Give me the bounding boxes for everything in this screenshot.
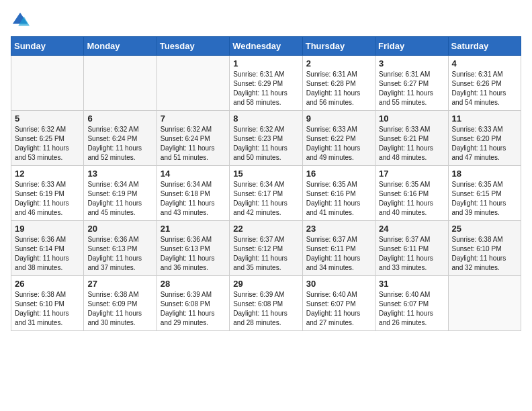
day-info: Sunrise: 6:37 AM Sunset: 6:12 PM Dayligh… <box>233 235 298 273</box>
day-info: Sunrise: 6:40 AM Sunset: 6:07 PM Dayligh… <box>379 290 444 328</box>
day-info: Sunrise: 6:33 AM Sunset: 6:20 PM Dayligh… <box>452 125 517 163</box>
day-number: 21 <box>161 224 226 234</box>
calendar-cell: 24Sunrise: 6:37 AM Sunset: 6:11 PM Dayli… <box>375 221 448 276</box>
week-row-1: 1Sunrise: 6:31 AM Sunset: 6:29 PM Daylig… <box>11 56 521 111</box>
calendar-cell: 29Sunrise: 6:39 AM Sunset: 6:08 PM Dayli… <box>230 276 302 331</box>
day-info: Sunrise: 6:32 AM Sunset: 6:24 PM Dayligh… <box>161 125 226 163</box>
calendar-cell: 13Sunrise: 6:34 AM Sunset: 6:19 PM Dayli… <box>84 166 157 221</box>
day-number: 28 <box>161 279 226 289</box>
day-number: 5 <box>15 113 80 124</box>
week-row-4: 19Sunrise: 6:36 AM Sunset: 6:14 PM Dayli… <box>11 221 521 276</box>
day-header-tuesday: Tuesday <box>157 37 229 56</box>
day-number: 29 <box>233 279 298 289</box>
day-number: 24 <box>379 224 444 234</box>
calendar-cell: 19Sunrise: 6:36 AM Sunset: 6:14 PM Dayli… <box>11 221 84 276</box>
day-header-sunday: Sunday <box>11 37 84 56</box>
day-info: Sunrise: 6:35 AM Sunset: 6:16 PM Dayligh… <box>306 180 371 218</box>
calendar-cell: 4Sunrise: 6:31 AM Sunset: 6:26 PM Daylig… <box>448 56 521 111</box>
calendar-cell: 15Sunrise: 6:34 AM Sunset: 6:17 PM Dayli… <box>230 166 302 221</box>
calendar-cell: 10Sunrise: 6:33 AM Sunset: 6:21 PM Dayli… <box>375 111 448 166</box>
day-info: Sunrise: 6:33 AM Sunset: 6:21 PM Dayligh… <box>379 125 444 163</box>
day-number: 3 <box>379 58 444 68</box>
calendar-table: SundayMondayTuesdayWednesdayThursdayFrid… <box>11 36 521 331</box>
day-number: 20 <box>87 224 152 234</box>
day-number: 23 <box>306 224 371 234</box>
day-header-friday: Friday <box>375 37 448 56</box>
day-info: Sunrise: 6:34 AM Sunset: 6:19 PM Dayligh… <box>87 180 152 218</box>
day-number: 16 <box>306 169 371 179</box>
calendar-cell: 14Sunrise: 6:34 AM Sunset: 6:18 PM Dayli… <box>157 166 229 221</box>
calendar-body: 1Sunrise: 6:31 AM Sunset: 6:29 PM Daylig… <box>11 56 521 331</box>
day-number: 30 <box>306 279 371 289</box>
week-row-2: 5Sunrise: 6:32 AM Sunset: 6:25 PM Daylig… <box>11 111 521 166</box>
day-info: Sunrise: 6:40 AM Sunset: 6:07 PM Dayligh… <box>306 290 371 328</box>
day-info: Sunrise: 6:36 AM Sunset: 6:13 PM Dayligh… <box>87 235 152 273</box>
logo <box>11 11 32 30</box>
calendar-cell: 16Sunrise: 6:35 AM Sunset: 6:16 PM Dayli… <box>302 166 375 221</box>
calendar-cell: 18Sunrise: 6:35 AM Sunset: 6:15 PM Dayli… <box>448 166 521 221</box>
day-info: Sunrise: 6:37 AM Sunset: 6:11 PM Dayligh… <box>306 235 371 273</box>
calendar-cell: 30Sunrise: 6:40 AM Sunset: 6:07 PM Dayli… <box>302 276 375 331</box>
day-number: 26 <box>15 279 80 289</box>
day-info: Sunrise: 6:39 AM Sunset: 6:08 PM Dayligh… <box>161 290 226 328</box>
day-number: 9 <box>306 113 371 124</box>
day-info: Sunrise: 6:31 AM Sunset: 6:27 PM Dayligh… <box>379 70 444 107</box>
calendar-cell: 26Sunrise: 6:38 AM Sunset: 6:10 PM Dayli… <box>11 276 84 331</box>
day-info: Sunrise: 6:36 AM Sunset: 6:14 PM Dayligh… <box>15 235 80 273</box>
day-number: 12 <box>15 169 80 179</box>
calendar-cell: 28Sunrise: 6:39 AM Sunset: 6:08 PM Dayli… <box>157 276 229 331</box>
day-info: Sunrise: 6:33 AM Sunset: 6:22 PM Dayligh… <box>306 125 371 163</box>
calendar-cell: 20Sunrise: 6:36 AM Sunset: 6:13 PM Dayli… <box>84 221 157 276</box>
calendar-cell: 5Sunrise: 6:32 AM Sunset: 6:25 PM Daylig… <box>11 111 84 166</box>
calendar-cell: 7Sunrise: 6:32 AM Sunset: 6:24 PM Daylig… <box>157 111 229 166</box>
day-number: 2 <box>306 58 371 68</box>
calendar-cell: 12Sunrise: 6:33 AM Sunset: 6:19 PM Dayli… <box>11 166 84 221</box>
day-info: Sunrise: 6:34 AM Sunset: 6:18 PM Dayligh… <box>161 180 226 218</box>
day-info: Sunrise: 6:38 AM Sunset: 6:10 PM Dayligh… <box>452 235 517 273</box>
week-row-5: 26Sunrise: 6:38 AM Sunset: 6:10 PM Dayli… <box>11 276 521 331</box>
day-number: 7 <box>161 113 226 124</box>
calendar-cell: 8Sunrise: 6:32 AM Sunset: 6:23 PM Daylig… <box>230 111 302 166</box>
day-number: 11 <box>452 113 517 124</box>
calendar-cell: 6Sunrise: 6:32 AM Sunset: 6:24 PM Daylig… <box>84 111 157 166</box>
calendar-cell: 2Sunrise: 6:31 AM Sunset: 6:28 PM Daylig… <box>302 56 375 111</box>
day-header-wednesday: Wednesday <box>230 37 302 56</box>
day-info: Sunrise: 6:35 AM Sunset: 6:16 PM Dayligh… <box>379 180 444 218</box>
day-number: 18 <box>452 169 517 179</box>
calendar-header: SundayMondayTuesdayWednesdayThursdayFrid… <box>11 37 521 56</box>
calendar-cell: 21Sunrise: 6:36 AM Sunset: 6:13 PM Dayli… <box>157 221 229 276</box>
day-info: Sunrise: 6:35 AM Sunset: 6:15 PM Dayligh… <box>452 180 517 218</box>
day-info: Sunrise: 6:39 AM Sunset: 6:08 PM Dayligh… <box>233 290 298 328</box>
week-row-3: 12Sunrise: 6:33 AM Sunset: 6:19 PM Dayli… <box>11 166 521 221</box>
day-number: 13 <box>87 169 152 179</box>
day-number: 22 <box>233 224 298 234</box>
day-header-saturday: Saturday <box>448 37 521 56</box>
day-info: Sunrise: 6:31 AM Sunset: 6:29 PM Dayligh… <box>233 70 298 107</box>
day-number: 8 <box>233 113 298 124</box>
day-number: 1 <box>233 58 298 68</box>
calendar-cell: 9Sunrise: 6:33 AM Sunset: 6:22 PM Daylig… <box>302 111 375 166</box>
calendar-cell <box>11 56 84 111</box>
logo-icon <box>11 11 30 30</box>
day-info: Sunrise: 6:37 AM Sunset: 6:11 PM Dayligh… <box>379 235 444 273</box>
calendar-cell: 1Sunrise: 6:31 AM Sunset: 6:29 PM Daylig… <box>230 56 302 111</box>
day-number: 4 <box>452 58 517 68</box>
page-header <box>11 11 521 30</box>
calendar-cell <box>448 276 521 331</box>
calendar-cell: 17Sunrise: 6:35 AM Sunset: 6:16 PM Dayli… <box>375 166 448 221</box>
day-info: Sunrise: 6:36 AM Sunset: 6:13 PM Dayligh… <box>161 235 226 273</box>
day-info: Sunrise: 6:34 AM Sunset: 6:17 PM Dayligh… <box>233 180 298 218</box>
day-header-monday: Monday <box>84 37 157 56</box>
day-info: Sunrise: 6:33 AM Sunset: 6:19 PM Dayligh… <box>15 180 80 218</box>
calendar-cell: 11Sunrise: 6:33 AM Sunset: 6:20 PM Dayli… <box>448 111 521 166</box>
calendar-cell: 25Sunrise: 6:38 AM Sunset: 6:10 PM Dayli… <box>448 221 521 276</box>
calendar-cell <box>157 56 229 111</box>
day-number: 27 <box>87 279 152 289</box>
day-header-thursday: Thursday <box>302 37 375 56</box>
calendar-cell: 3Sunrise: 6:31 AM Sunset: 6:27 PM Daylig… <box>375 56 448 111</box>
calendar-cell <box>84 56 157 111</box>
day-number: 19 <box>15 224 80 234</box>
day-number: 14 <box>161 169 226 179</box>
day-number: 10 <box>379 113 444 124</box>
day-info: Sunrise: 6:32 AM Sunset: 6:23 PM Dayligh… <box>233 125 298 163</box>
